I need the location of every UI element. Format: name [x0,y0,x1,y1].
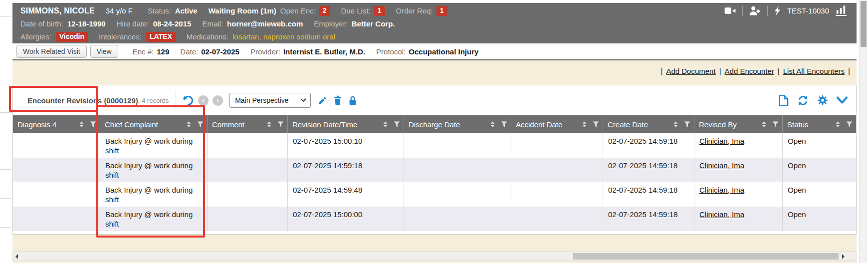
waiting-room-status[interactable]: Waiting Room (1m) [209,6,276,15]
margin-line [0,141,11,141]
refresh-icon[interactable] [183,95,194,106]
panel-title: Encounter Revisions (0000129) [27,96,138,105]
intolerances-label: Intolerances: [99,32,142,41]
dob-value: 12-18-1990 [67,19,106,28]
cell-chief-complaint: Back Injury @ work during shift [100,158,208,182]
sort-icon[interactable] [489,120,496,128]
order-req-badge[interactable]: 1 [436,6,447,16]
open-enc-badge[interactable]: 2 [319,6,330,16]
revised-by-link[interactable]: Clinician, Ima [699,161,744,170]
cell-comment [208,207,288,231]
filter-icon[interactable] [89,120,97,128]
cell-comment [208,158,288,182]
cell-revised-by: Clinician, Ima [694,133,783,158]
sort-icon[interactable] [265,120,273,128]
cell-revision-datetime: 02-07-2025 15:00:00 [288,207,404,231]
sort-icon[interactable] [581,120,588,128]
provider-label: Provider: [250,47,280,56]
panel-record-id: (0000129) [104,96,138,105]
sort-icon[interactable] [672,120,679,128]
horizontal-scrollbar[interactable] [12,252,857,261]
table-row: Back Injury @ work during shift 02-07-20… [13,158,856,182]
due-list-badge[interactable]: 1 [374,6,385,16]
add-encounter-link[interactable]: Add Encounter [725,67,774,75]
patient-name[interactable]: SIMMONS, NICOLE [20,6,95,15]
email-label: Email: [202,19,223,28]
cell-revised-by: Clinician, Ima [694,158,783,182]
filter-icon[interactable] [197,120,204,128]
revised-by-link[interactable]: Clinician, Ima [699,186,744,194]
next-icon[interactable]: › [213,95,223,106]
filter-icon[interactable] [592,120,600,128]
filter-icon[interactable] [500,120,508,128]
cell-comment [208,182,288,207]
cell-discharge-date [404,158,511,182]
cell-accident-date [511,158,603,182]
filter-icon[interactable] [683,120,691,128]
add-person-icon[interactable] [749,6,761,15]
cell-status: Open [783,133,856,158]
column-header-diagnosis-4[interactable]: Diagnosis 4 [13,115,100,133]
table-row: Back Injury @ work during shift 02-07-20… [13,133,856,158]
lightning-icon[interactable] [774,6,781,15]
video-camera-icon[interactable] [724,6,736,15]
collapse-chevron-icon[interactable] [837,96,848,104]
margin-line [0,112,11,113]
sort-icon[interactable] [78,120,85,128]
horizontal-scrollbar-thumb[interactable] [573,253,839,260]
sort-icon[interactable] [382,120,389,128]
revised-by-link[interactable]: Clinician, Ima [699,137,744,145]
app-window: SIMMONS, NICOLE 34 y/o F Status: Active … [0,0,868,263]
column-header-revision-datetime[interactable]: Revision Date/Time [288,115,404,133]
trash-icon[interactable] [333,95,342,105]
bar-chart-icon[interactable] [836,5,847,16]
column-header-status[interactable]: Status [783,115,856,133]
cell-create-date: 02-07-2025 14:59:18 [603,158,694,182]
sort-icon[interactable] [834,120,842,128]
column-header-chief-complaint[interactable]: Chief Complaint [100,115,208,133]
filter-icon[interactable] [846,120,853,128]
list-all-encounters-link[interactable]: List All Encounters [783,67,845,75]
column-header-accident-date[interactable]: Accident Date [511,115,603,133]
cell-revision-datetime: 02-07-2025 15:00:10 [288,133,404,158]
reload-icon[interactable] [797,95,809,106]
lock-icon[interactable] [348,95,357,105]
view-button[interactable]: View [90,45,118,58]
pipe: | [719,67,721,75]
patient-header-bar: SIMMONS, NICOLE 34 y/o F Status: Active … [12,3,857,43]
filter-icon[interactable] [393,120,401,128]
filter-icon[interactable] [277,120,284,128]
cell-accident-date [511,182,603,207]
intolerance-badge[interactable]: LATEX [146,32,176,42]
work-related-visit-button[interactable]: Work Related Visit [16,45,87,58]
column-header-revised-by[interactable]: Revised By [694,115,783,133]
encounter-toolbar: Work Related Visit View Enc #: 129 Date:… [12,43,857,60]
sort-icon[interactable] [185,120,193,128]
scroll-left-arrow-icon[interactable] [15,254,18,259]
add-document-link[interactable]: Add Document [666,67,715,75]
cell-discharge-date [404,133,511,158]
column-header-comment[interactable]: Comment [208,115,288,133]
vertical-scrollbar-thumb[interactable] [861,1,867,47]
revised-by-link[interactable]: Clinician, Ima [699,210,744,219]
table-row: Back Injury @ work during shift 02-07-20… [13,182,856,207]
vertical-scrollbar[interactable] [859,0,867,263]
hire-date-value: 08-24-2015 [153,19,192,28]
protocol-value: Occupational Injury [409,47,478,56]
column-header-discharge-date[interactable]: Discharge Date [404,115,511,133]
allergy-badge[interactable]: Vicodin [56,32,88,42]
edit-pencil-icon[interactable] [318,96,327,105]
column-header-create-date[interactable]: Create Date [603,115,694,133]
sort-icon[interactable] [760,120,768,128]
filter-icon[interactable] [772,120,779,128]
cell-chief-complaint: Back Injury @ work during shift [100,133,208,158]
perspective-select[interactable]: Main Perspective [229,93,311,108]
perspective-selected-value: Main Perspective [235,96,300,104]
previous-icon[interactable]: ‹ [198,95,209,106]
order-req-label: Order Req: [396,6,433,15]
cell-diagnosis4 [13,182,100,207]
gear-icon[interactable] [817,95,828,106]
medications-value[interactable]: losartan, naproxen sodium oral [232,32,335,41]
scroll-right-arrow-icon[interactable] [842,254,845,259]
new-document-icon[interactable] [779,95,789,106]
